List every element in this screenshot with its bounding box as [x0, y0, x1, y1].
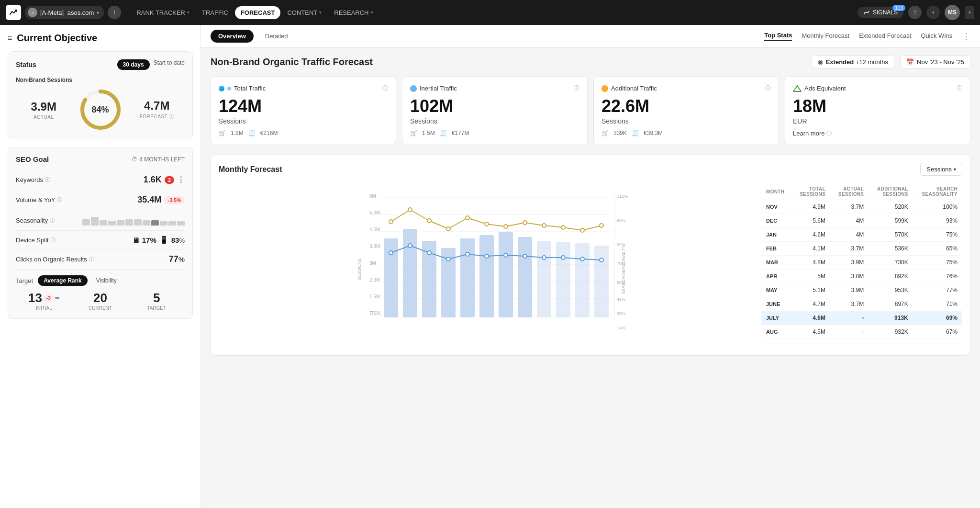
nav-traffic[interactable]: TRAFFIC: [196, 6, 234, 19]
learn-more-link[interactable]: Learn more ⓘ: [793, 130, 832, 137]
status-start-link[interactable]: Start to date: [154, 59, 185, 70]
status-days-pill[interactable]: 30 days: [117, 59, 150, 70]
cell-additional: 520K: [869, 200, 913, 214]
tab-extended-forecast[interactable]: Extended Forecast: [859, 32, 911, 40]
ads-icon: [793, 85, 802, 92]
avatar-chevron[interactable]: ▾: [965, 6, 974, 19]
nav-rank-tracker[interactable]: RANK TRACKER ▾: [131, 6, 195, 19]
col-seasonality: SEARCHSEASONALITY: [913, 183, 962, 200]
svg-point-56: [427, 219, 431, 223]
signals-button[interactable]: SIGNALS 113: [858, 7, 903, 18]
seo-goal-title: SEO Goal: [16, 155, 49, 163]
table-row: JUNE 4.7M 3.7M 897K 71%: [761, 297, 962, 311]
svg-text:112%: 112%: [617, 194, 628, 199]
additional-traffic-unit: Sessions: [601, 117, 771, 125]
calendar-icon: 📅: [906, 58, 914, 66]
svg-text:3M: 3M: [369, 260, 376, 266]
device-label: Device Split ⓘ: [16, 237, 56, 244]
date-range[interactable]: 📅 Nov '23 - Nov '25: [900, 56, 970, 68]
col-actual: ACTUALSESSIONS: [830, 183, 869, 200]
keywords-value: 1.6K 2 ⋮: [144, 175, 185, 185]
total-traffic-info[interactable]: ⓘ: [382, 84, 388, 92]
svg-point-42: [389, 251, 393, 255]
svg-text:98%: 98%: [617, 218, 625, 223]
domain-selector[interactable]: ○ [A-Meta] asos.com ▾: [25, 6, 104, 19]
cell-actual: 3.8M: [830, 270, 869, 283]
help-button[interactable]: ?: [908, 6, 922, 19]
chevron-icon: ▾: [187, 10, 189, 15]
svg-text:SEARCH SEASONALITY: SEARCH SEASONALITY: [621, 245, 626, 294]
date-range-label: Nov '23 - Nov '25: [917, 58, 964, 66]
forecast-value: 4.7M: [129, 99, 185, 113]
sessions-dropdown[interactable]: Sessions ▾: [920, 163, 962, 176]
help-chevron-button[interactable]: ▾: [926, 6, 940, 19]
extended-toggle[interactable]: ◉ Extended +12 months: [812, 56, 894, 68]
table-row: JAN 4.6M 4M 570K 75%: [761, 228, 962, 242]
svg-point-53: [600, 258, 603, 262]
cell-total: 4.8M: [792, 256, 830, 270]
initial-label: INITIAL: [16, 305, 72, 311]
forecast-metric: 4.7M FORECAST ⓘ: [129, 99, 185, 120]
target-avg-rank-pill[interactable]: Average Rank: [38, 275, 88, 286]
domain-chevron: ▾: [97, 10, 99, 15]
user-avatar[interactable]: MS: [945, 5, 960, 20]
season-bar: [100, 220, 107, 226]
sidebar-menu-icon[interactable]: ≡: [8, 34, 12, 43]
goal-row-keywords: Keywords ⓘ 1.6K 2 ⋮: [16, 170, 185, 190]
seasonality-label: Seasonality ⓘ: [16, 217, 55, 224]
cell-actual: 4M: [830, 228, 869, 242]
initial-badge: -3: [44, 295, 53, 301]
edit-icon[interactable]: ✏: [55, 295, 60, 302]
chevron-icon: ▾: [319, 10, 322, 15]
cell-actual: 3.7M: [830, 297, 869, 311]
target-value: 5: [128, 291, 185, 305]
cart-icon: 🛒: [219, 130, 226, 136]
current-metric: 20 CURRENT: [72, 291, 129, 311]
season-bar: [160, 221, 167, 226]
nav-forecast[interactable]: FORECAST: [235, 6, 281, 19]
svg-point-43: [408, 244, 412, 248]
inertial-traffic-unit: Sessions: [410, 117, 579, 125]
target-metrics: 13 -3 ✏ INITIAL 20 CURRENT: [16, 291, 185, 311]
cell-month: MAR: [761, 256, 792, 270]
season-bar: [108, 221, 116, 226]
ads-equivalent-footer: Learn more ⓘ: [793, 130, 962, 137]
additional-traffic-info[interactable]: ⓘ: [765, 84, 771, 92]
keywords-label: Keywords ⓘ: [16, 176, 50, 183]
tab-detailed[interactable]: Detailed: [261, 30, 292, 43]
stats-grid: Total Traffic ⓘ 124M Sessions 🛒 1.9M 🧾 €…: [211, 76, 970, 145]
svg-text:750K: 750K: [369, 311, 381, 316]
tab-monthly-forecast[interactable]: Monthly Forecast: [802, 32, 849, 40]
cell-actual: 4M: [830, 214, 869, 228]
svg-rect-41: [594, 246, 609, 317]
cell-seasonality: 100%: [913, 200, 962, 214]
nav-content[interactable]: CONTENT ▾: [281, 6, 327, 19]
main-layout: ≡ Current Objective Status 30 days Start…: [0, 25, 980, 508]
info-button[interactable]: i: [108, 6, 121, 19]
tab-quick-wins[interactable]: Quick Wins: [921, 32, 952, 40]
extended-label: Extended +12 months: [826, 58, 888, 66]
seasonality-bars: [82, 215, 185, 226]
inertial-traffic-footer: 🛒 1.5M 🧾 €177M: [410, 130, 579, 136]
ads-equivalent-info[interactable]: ⓘ: [957, 84, 962, 92]
cell-seasonality: 69%: [913, 311, 962, 325]
monthly-table: MONTH TOTALSESSIONS ACTUALSESSIONS ADDIT…: [761, 183, 962, 339]
goal-row-clicks: Clicks on Organic Results ⓘ 77%: [16, 249, 185, 270]
svg-point-58: [466, 216, 469, 220]
actual-metric: 3.9M ACTUAL: [16, 100, 72, 120]
target-visibility-pill[interactable]: Visibility: [92, 275, 121, 286]
svg-text:6M: 6M: [369, 193, 376, 199]
inertial-traffic-info[interactable]: ⓘ: [574, 84, 579, 92]
keywords-menu[interactable]: ⋮: [177, 175, 185, 184]
svg-text:42%: 42%: [617, 297, 625, 302]
status-title: Status: [16, 61, 36, 68]
svg-rect-40: [575, 243, 590, 317]
tab-overview[interactable]: Overview: [211, 30, 254, 43]
more-options-button[interactable]: ⋮: [962, 31, 970, 42]
tab-top-stats[interactable]: Top Stats: [764, 32, 792, 41]
cell-month: MAY: [761, 283, 792, 297]
monthly-forecast-section: Monthly Forecast Sessions ▾ 6M 5.3M 4.5M: [211, 155, 970, 356]
volume-value: 35.4M -3.5%: [137, 195, 185, 205]
nav-research[interactable]: RESEARCH ▾: [328, 6, 379, 19]
cell-actual: 3.7M: [830, 242, 869, 256]
